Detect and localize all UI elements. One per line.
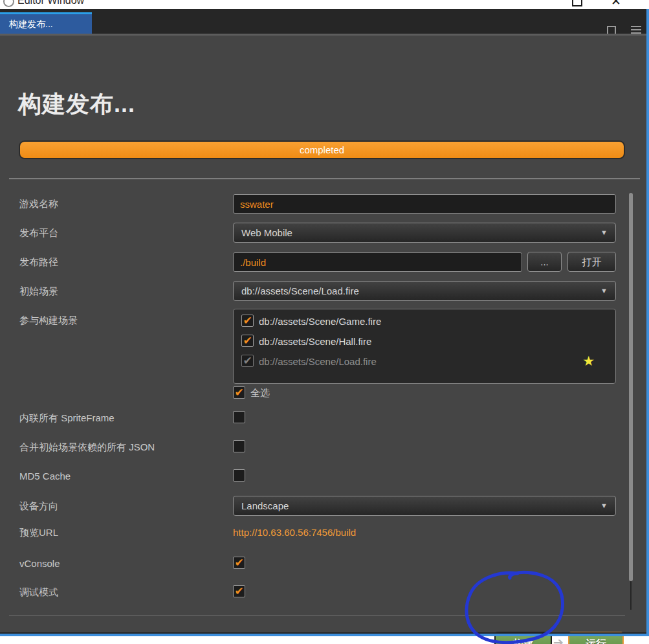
- debug-mode-label: 调试模式: [19, 586, 58, 599]
- vconsole-checkbox[interactable]: ✔: [233, 557, 245, 569]
- scene-checkbox[interactable]: ✔: [241, 335, 254, 347]
- vconsole-label: vConsole: [19, 557, 60, 570]
- current-scene-star-icon: ★: [582, 353, 595, 369]
- preview-url-label: 预览URL: [19, 526, 58, 540]
- chevron-down-icon: ▼: [600, 282, 608, 300]
- scrollbar-track: [630, 581, 632, 610]
- select-all-row: ✔ 全选: [233, 386, 362, 399]
- chevron-down-icon: ▼: [600, 223, 608, 242]
- build-path-label: 发布路径: [19, 252, 58, 272]
- md5-cache-label: MD5 Cache: [19, 470, 71, 483]
- scene-list-item: ✔ db://assets/Scene/Hall.fire: [241, 335, 604, 354]
- game-name-input[interactable]: [233, 194, 616, 214]
- os-titlebar: Editor Window ✕: [0, 0, 649, 9]
- divider: [9, 615, 625, 616]
- arrow-right-icon: ➔: [553, 635, 564, 644]
- window-border-bottom: [0, 634, 649, 636]
- inline-spriteframe-checkbox[interactable]: [233, 411, 245, 423]
- scenes-label: 参与构建场景: [19, 310, 78, 330]
- md5-cache-checkbox[interactable]: [233, 469, 245, 482]
- scene-item-label: db://assets/Scene/Game.fire: [259, 315, 381, 329]
- platform-label: 发布平台: [19, 223, 58, 243]
- close-button[interactable]: ✕: [611, 0, 621, 8]
- start-scene-dropdown[interactable]: db://assets/Scene/Load.fire ▼: [233, 281, 616, 301]
- scene-list-item: ✔ db://assets/Scene/Load.fire ★: [241, 355, 604, 374]
- open-path-button[interactable]: 打开: [567, 252, 616, 272]
- window-title: Editor Window: [17, 0, 84, 6]
- build-panel: 构建发布... completed 游戏名称 发布平台 Web Mobile ▼…: [0, 36, 646, 634]
- tab-bar: 构建发布...: [0, 9, 649, 34]
- start-scene-label: 初始场景: [19, 281, 58, 301]
- scene-checkbox[interactable]: ✔: [241, 315, 254, 327]
- scene-item-label: db://assets/Scene/Hall.fire: [259, 335, 371, 349]
- build-progress-bar: completed: [19, 140, 625, 159]
- window-border-right: [646, 9, 649, 636]
- build-progress-fill: completed: [20, 142, 624, 158]
- orientation-label: 设备方向: [19, 496, 58, 516]
- scrollbar-thumb[interactable]: [629, 193, 633, 581]
- inline-spriteframe-label: 内联所有 SpriteFrame: [19, 412, 115, 425]
- browse-path-button[interactable]: ...: [527, 252, 562, 272]
- divider: [9, 178, 640, 179]
- scene-item-label: db://assets/Scene/Load.fire: [259, 355, 377, 369]
- tab-build-publish[interactable]: 构建发布...: [0, 12, 92, 34]
- select-all-label: 全选: [250, 386, 270, 399]
- page-title: 构建发布...: [18, 89, 135, 120]
- select-all-checkbox[interactable]: ✔: [233, 386, 245, 399]
- start-scene-value: db://assets/Scene/Load.fire: [241, 282, 359, 300]
- merge-json-label: 合并初始场景依赖的所有 JSON: [19, 441, 155, 454]
- orientation-dropdown[interactable]: Landscape ▼: [233, 496, 616, 516]
- preview-url-link[interactable]: http://10.63.60.56:7456/build: [233, 526, 356, 540]
- merge-json-checkbox[interactable]: [233, 440, 245, 452]
- scene-list-item: ✔ db://assets/Scene/Game.fire: [241, 315, 604, 334]
- platform-value: Web Mobile: [241, 223, 292, 242]
- platform-dropdown[interactable]: Web Mobile ▼: [233, 223, 616, 243]
- scene-list: ✔ db://assets/Scene/Game.fire ✔ db://ass…: [233, 309, 616, 384]
- maximize-button[interactable]: [572, 0, 582, 6]
- scene-checkbox-disabled: ✔: [241, 355, 254, 367]
- orientation-value: Landscape: [241, 496, 289, 515]
- build-path-input[interactable]: [233, 252, 522, 272]
- app-logo-icon: [3, 0, 14, 7]
- game-name-label: 游戏名称: [19, 194, 58, 214]
- debug-mode-checkbox[interactable]: ✔: [233, 585, 245, 597]
- chevron-down-icon: ▼: [600, 496, 608, 515]
